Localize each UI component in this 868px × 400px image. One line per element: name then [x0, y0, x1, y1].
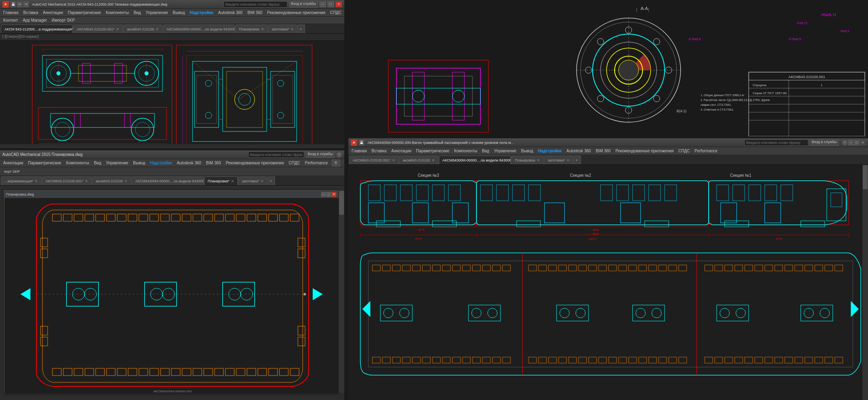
svg-text:Секция №1: Секция №1 [730, 173, 751, 178]
bl-tab-add[interactable]: + [268, 176, 275, 185]
menu-components[interactable]: Компоненты [103, 10, 131, 16]
quick-access-undo[interactable]: ↩ [17, 2, 22, 7]
br-close[interactable]: ✕ [860, 140, 866, 145]
inner-minimize[interactable]: ─ [321, 192, 326, 197]
bottom-right-search[interactable] [744, 139, 808, 146]
br-maximize[interactable]: □ [854, 140, 860, 145]
bl-menu-spds[interactable]: СПДС [286, 160, 302, 166]
quick-access-save[interactable]: 💾 [10, 2, 16, 7]
br-menu-parametric[interactable]: Параметрические [414, 148, 452, 154]
br-minimize[interactable]: ─ [848, 140, 854, 145]
br-menu-home[interactable]: Главная [349, 148, 369, 154]
menu-recommended[interactable]: Рекомендованные приложения [265, 10, 328, 16]
svg-rect-17 [38, 107, 167, 139]
bl-submenu-importskp[interactable]: порт SKP [2, 169, 22, 174]
menu-output[interactable]: Вывод [171, 10, 187, 16]
br-tab-3-active[interactable]: АКСМ84300М-00000....ла модели 84300М✕ [439, 156, 511, 164]
bl-scrollbar-thumb[interactable] [339, 191, 344, 215]
br-menu-recommended[interactable]: Рекомендованные приложения [613, 148, 676, 154]
br-menu-output[interactable]: Вывод [519, 148, 536, 154]
br-help[interactable]: ? [842, 140, 848, 145]
svg-rect-113 [400, 185, 412, 201]
bl-tab-5-active[interactable]: Планировка*✕ [204, 176, 238, 185]
br-menu-addins[interactable]: Надстройки [536, 148, 564, 154]
br-menu-bim360[interactable]: BIM 360 [593, 148, 613, 154]
bl-toolbar-extra[interactable]: ☰ [332, 160, 340, 167]
bottom-right-drawing[interactable]: Секция №3 Секция №2 Секция №1 [348, 165, 862, 400]
tab-drawing-3[interactable]: аксм843-210100✕ [123, 24, 163, 33]
br-tab-5[interactable]: заготовка*✕ [544, 156, 573, 164]
tab-main-drawing[interactable]: АКСМ 843-212000....а поддерживающая*✕ [1, 24, 73, 33]
inner-drawing-viewport[interactable]: АКСМ84300М-000000.000 [4, 198, 339, 393]
bl-menu-annotations[interactable]: Аннотации [1, 160, 26, 166]
inner-maximize[interactable]: □ [326, 192, 331, 197]
menu-parametric[interactable]: Параметрические [65, 10, 103, 16]
br-save[interactable]: 💾 [359, 140, 364, 145]
bottom-right-login[interactable]: Вход в службы [810, 139, 839, 146]
bl-menu-bim360[interactable]: BIM 360 [204, 160, 223, 166]
tab-layout[interactable]: Планировка✕ [235, 24, 268, 33]
br-tab-1[interactable]: АКСМ843-210100.001*✕ [349, 156, 399, 164]
bl-menu-autodesk360[interactable]: Autodesk 360 [174, 160, 203, 166]
menu-insert[interactable]: Вставка [21, 10, 40, 16]
bl-tab-6[interactable]: заготовка*✕ [238, 176, 267, 185]
menu-home[interactable]: Главная [1, 10, 21, 16]
bl-menu-manage[interactable]: Управление [104, 160, 131, 166]
br-tab-4[interactable]: Планировка✕ [511, 156, 544, 164]
br-menu-insert[interactable]: Вставка [369, 148, 389, 154]
submenu-content[interactable]: Контент [1, 17, 20, 23]
top-search-input[interactable] [223, 1, 287, 8]
br-menu-manage[interactable]: Управление [492, 148, 519, 154]
inner-window-title-bar[interactable]: Планировка.dwg ─ □ ✕ [4, 191, 338, 198]
bl-help[interactable]: ? [336, 152, 342, 158]
top-drawing-viewport[interactable]: ←→ [0, 41, 344, 144]
menu-bim360[interactable]: BIM 360 [245, 10, 265, 16]
menu-view[interactable]: Вид [131, 10, 143, 16]
right-top-drawing-area[interactable]: A-A [348, 0, 868, 138]
bl-menu-addins[interactable]: Надстройки [148, 160, 175, 166]
br-tab-add[interactable]: + [574, 156, 581, 164]
menu-autodesk360[interactable]: Autodesk 360 [216, 10, 245, 16]
br-menu-view[interactable]: Вид [480, 148, 492, 154]
quick-access-redo[interactable]: ↪ [23, 2, 29, 7]
assembly-view-svg [179, 47, 311, 144]
bl-tab-4[interactable]: АКСМ84300М-00000....ла модели 84300М✕ [132, 176, 204, 185]
menu-addins[interactable]: Надстройки [187, 10, 216, 16]
bl-menu-output[interactable]: Вывод [131, 160, 147, 166]
submenu-importskp[interactable]: Импорт SKP [49, 17, 77, 23]
bl-menu-view[interactable]: Вид [92, 160, 104, 166]
tab-drawing-2[interactable]: АКСМ843-210100.001*✕ [73, 24, 123, 33]
br-tab-2[interactable]: аксм843-210100✕ [399, 156, 438, 164]
inner-close-button[interactable]: ✕ [332, 192, 336, 197]
svg-rect-188 [492, 357, 500, 363]
bl-tab-1[interactable]: ...жерживающая*✕ [1, 176, 42, 185]
bl-tab-3[interactable]: аксм843-210100✕ [92, 176, 131, 185]
scrollbar-thumb[interactable] [863, 165, 868, 189]
br-menu-spds[interactable]: СПДС [676, 148, 692, 154]
menu-annotations[interactable]: Аннотации [40, 10, 65, 16]
menu-spds[interactable]: СПДС [328, 10, 344, 16]
br-menu-performance[interactable]: Performance [692, 148, 720, 154]
login-button[interactable]: Вход в службы [289, 1, 318, 8]
bl-menu-performance[interactable]: Performance [303, 160, 330, 166]
tab-drawing-4[interactable]: АКСМ84300М-00000....ла модели 84300М✕ [163, 24, 235, 33]
bl-search-input[interactable] [248, 152, 304, 158]
br-menu-autodesk360[interactable]: Autodesk 360 [564, 148, 593, 154]
close-button[interactable]: ✕ [336, 2, 342, 7]
minimize-button[interactable]: ─ [319, 2, 326, 7]
bl-menu-components[interactable]: Компоненты [64, 160, 92, 166]
bottom-right-scrollbar[interactable] [862, 165, 868, 400]
br-menu-annotations[interactable]: Аннотации [389, 148, 414, 154]
tab-add[interactable]: + [298, 24, 305, 33]
top-tabs-bar: АКСМ 843-212000....а поддерживающая*✕ АК… [0, 24, 344, 34]
br-menu-components[interactable]: Компоненты [452, 148, 480, 154]
menu-manage[interactable]: Управление [143, 10, 171, 16]
bl-menu-parametric[interactable]: Параметрические [26, 160, 64, 166]
submenu-appmanager[interactable]: App Manager [20, 17, 49, 23]
maximize-button[interactable]: □ [328, 2, 334, 7]
bl-menu-recommended[interactable]: Рекомендованные приложения [223, 160, 286, 166]
tab-blank[interactable]: заготовка*✕ [268, 24, 297, 33]
bl-tab-2[interactable]: АКСМ843-210100.001*✕ [42, 176, 92, 185]
bl-login-button[interactable]: Вход в службы [306, 152, 335, 158]
bl-scrollbar[interactable] [339, 190, 344, 393]
